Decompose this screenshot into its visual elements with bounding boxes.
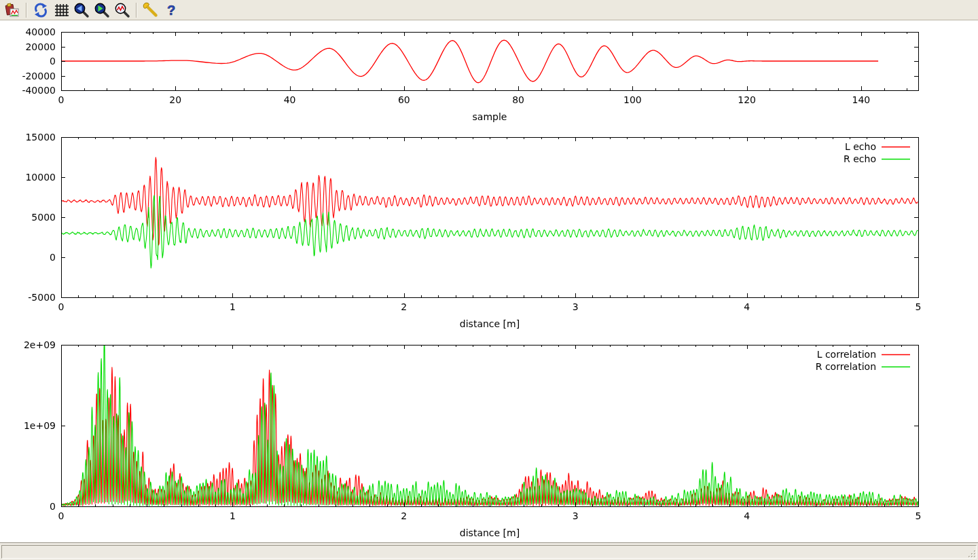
copy-clipboard-icon <box>4 2 20 18</box>
replot-button[interactable] <box>32 1 50 19</box>
toolbar: ? <box>0 0 978 20</box>
zoom-previous-icon <box>73 2 90 18</box>
help-icon: ? <box>163 2 179 18</box>
svg-text:?: ? <box>167 3 175 18</box>
apply-autoscale-button[interactable] <box>113 1 131 19</box>
status-bar <box>0 542 978 560</box>
help-button[interactable]: ? <box>162 1 180 19</box>
configure-button[interactable] <box>142 1 160 19</box>
copy-to-clipboard-button[interactable] <box>3 1 21 19</box>
toolbar-separator <box>136 3 137 18</box>
toolbar-separator <box>26 3 27 18</box>
grid-icon <box>53 2 69 18</box>
toggle-grid-button[interactable] <box>52 1 70 19</box>
zoom-reset-icon <box>114 2 130 18</box>
wrench-icon <box>143 2 159 18</box>
previous-zoom-button[interactable] <box>73 1 90 19</box>
next-zoom-button[interactable] <box>93 1 111 19</box>
plot-canvas[interactable] <box>0 0 978 542</box>
resize-grip[interactable] <box>967 549 977 559</box>
zoom-next-icon <box>94 2 110 18</box>
status-message <box>1 545 977 559</box>
refresh-icon <box>33 2 49 18</box>
